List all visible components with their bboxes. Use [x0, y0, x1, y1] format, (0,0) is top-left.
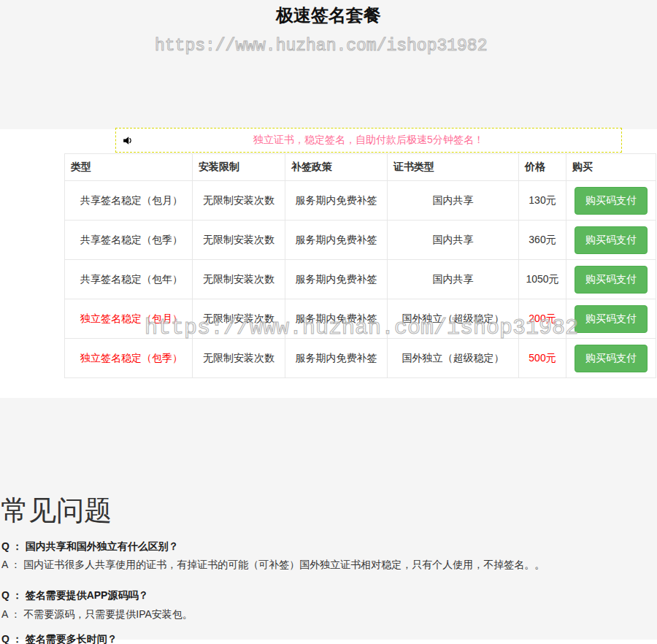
plan-type: 独立签名稳定（包月）	[65, 299, 193, 339]
cert-type: 国内共享	[388, 181, 519, 221]
install-limit: 无限制安装次数	[193, 181, 285, 221]
price: 360元	[519, 221, 566, 260]
buy-button[interactable]: 购买码支付	[575, 266, 648, 294]
table-row: 共享签名稳定（包季） 无限制安装次数 服务期内免费补签 国内共享 360元 购买…	[65, 221, 656, 260]
faq-question: Q ： 国内共享和国外独立有什么区别？	[1, 539, 179, 553]
cert-type: 国外独立（超级稳定）	[388, 299, 519, 339]
install-limit: 无限制安装次数	[193, 260, 285, 299]
header-install-limit: 安装限制	[193, 154, 285, 181]
buy-button[interactable]: 购买码支付	[575, 345, 648, 372]
page-title: 极速签名套餐	[0, 4, 657, 27]
install-limit: 无限制安装次数	[193, 339, 285, 378]
faq-answer: A ： 不需要源码，只需要提供IPA安装包。	[1, 607, 193, 621]
buy-button[interactable]: 购买码支付	[575, 305, 648, 333]
cert-type: 国内共享	[388, 260, 519, 299]
table-row: 独立签名稳定（包季） 无限制安装次数 服务期内免费补签 国外独立（超级稳定） 5…	[65, 339, 656, 378]
faq-answer: A ： 国内证书很多人共享使用的证书，有掉证书的可能（可补签）国外独立证书相对稳…	[1, 557, 545, 572]
header-buy: 购买	[566, 154, 656, 181]
header-price: 价格	[519, 154, 566, 181]
header-resign-policy: 补签政策	[285, 154, 388, 181]
install-limit: 无限制安装次数	[193, 221, 285, 260]
faq-question: Q ： 签名需要多长时间？	[1, 632, 118, 644]
header-type: 类型	[65, 154, 193, 181]
install-limit: 无限制安装次数	[193, 299, 285, 339]
price: 1050元	[519, 260, 566, 299]
table-row: 独立签名稳定（包月） 无限制安装次数 服务期内免费补签 国外独立（超级稳定） 2…	[65, 299, 656, 339]
table-row: 共享签名稳定（包年） 无限制安装次数 服务期内免费补签 国内共享 1050元 购…	[65, 260, 656, 299]
buy-button[interactable]: 购买码支付	[575, 187, 648, 215]
cert-type: 国内共享	[388, 221, 519, 260]
plan-type: 共享签名稳定（包月）	[65, 181, 193, 221]
cert-type: 国外独立（超级稳定）	[388, 339, 519, 378]
resign-policy: 服务期内免费补签	[285, 339, 388, 378]
plan-type: 独立签名稳定（包季）	[65, 339, 193, 378]
price: 200元	[519, 299, 566, 339]
notice-text: 独立证书，稳定签名，自助付款后极速5分钟签名！	[116, 129, 621, 152]
buy-button[interactable]: 购买码支付	[575, 226, 648, 254]
resign-policy: 服务期内免费补签	[285, 221, 388, 260]
faq-question: Q ： 签名需要提供APP源码吗？	[1, 588, 148, 602]
faq-title: 常见问题	[1, 492, 112, 529]
resign-policy: 服务期内免费补签	[285, 260, 388, 299]
table-row: 共享签名稳定（包月） 无限制安装次数 服务期内免费补签 国内共享 130元 购买…	[65, 181, 656, 221]
resign-policy: 服务期内免费补签	[285, 299, 388, 339]
table-header-row: 类型 安装限制 补签政策 证书类型 价格 购买	[65, 154, 656, 181]
header-cert-type: 证书类型	[388, 154, 519, 181]
price: 130元	[519, 181, 566, 221]
resign-policy: 服务期内免费补签	[285, 181, 388, 221]
price: 500元	[519, 339, 566, 378]
pricing-table: 类型 安装限制 补签政策 证书类型 价格 购买 共享签名稳定（包月） 无限制安装…	[64, 153, 656, 378]
plan-type: 共享签名稳定（包年）	[65, 260, 193, 299]
plan-type: 共享签名稳定（包季）	[65, 221, 193, 260]
notice-bar: 独立证书，稳定签名，自助付款后极速5分钟签名！	[115, 128, 622, 153]
